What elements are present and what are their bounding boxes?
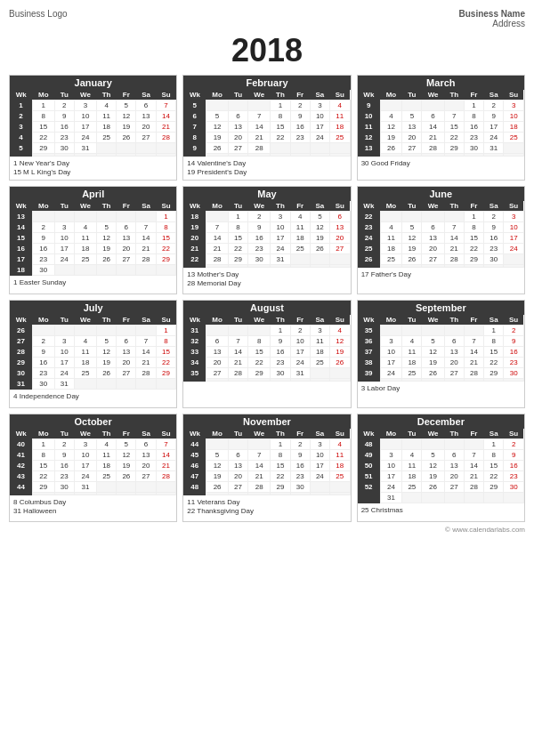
day-cell bbox=[74, 379, 96, 390]
week-number: 41 bbox=[10, 450, 32, 461]
day-cell: 22 bbox=[464, 244, 483, 254]
table-row: 2916171819202122 bbox=[10, 358, 176, 368]
day-cell: 12 bbox=[422, 461, 444, 471]
col-header-tu: Tu bbox=[228, 201, 247, 212]
table-row: 422232425262728 bbox=[10, 133, 176, 143]
col-header-fr: Fr bbox=[117, 429, 136, 439]
day-cell: 28 bbox=[206, 254, 229, 265]
day-cell: 28 bbox=[156, 471, 176, 482]
day-cell: 29 bbox=[464, 254, 483, 265]
col-header-tu: Tu bbox=[402, 201, 422, 212]
day-cell: 9 bbox=[504, 336, 524, 347]
holiday-item: 25 Christmas bbox=[361, 506, 521, 514]
day-cell: 13 bbox=[422, 233, 444, 244]
day-cell: 9 bbox=[32, 233, 54, 244]
day-cell: 7 bbox=[464, 336, 483, 347]
day-cell bbox=[402, 439, 422, 450]
day-cell: 18 bbox=[402, 358, 422, 368]
day-cell: 11 bbox=[97, 450, 117, 461]
col-header-tu: Tu bbox=[228, 90, 247, 101]
day-cell: 2 bbox=[54, 439, 74, 450]
table-row: 5224252627282930 bbox=[358, 482, 524, 493]
day-cell: 18 bbox=[74, 244, 96, 254]
col-header-fr: Fr bbox=[117, 90, 136, 101]
day-cell: 5 bbox=[422, 450, 444, 461]
holidays-section: 3 Labor Day bbox=[358, 382, 524, 399]
day-cell: 22 bbox=[484, 471, 504, 482]
day-cell: 22 bbox=[271, 471, 290, 482]
holiday-item: 22 Thanksgiving Day bbox=[187, 507, 346, 515]
col-header-we: We bbox=[422, 201, 444, 212]
day-cell: 5 bbox=[97, 336, 117, 347]
day-cell: 11 bbox=[329, 111, 350, 122]
day-cell: 12 bbox=[97, 347, 117, 358]
day-cell: 30 bbox=[290, 482, 310, 493]
week-number: 9 bbox=[358, 101, 380, 111]
day-cell: 8 bbox=[464, 111, 483, 122]
month-block-august: AugustWkMoTuWeThFrSaSu311234326789101112… bbox=[182, 300, 351, 408]
day-cell: 27 bbox=[228, 143, 247, 154]
table-row: 9262728 bbox=[183, 143, 350, 154]
day-cell: 10 bbox=[290, 336, 310, 347]
day-cell bbox=[444, 439, 464, 450]
day-cell bbox=[329, 254, 350, 265]
day-cell: 7 bbox=[444, 111, 464, 122]
day-cell: 5 bbox=[422, 336, 444, 347]
day-cell: 15 bbox=[32, 461, 54, 471]
table-row: 45567891011 bbox=[183, 450, 350, 461]
col-header-su: Su bbox=[156, 429, 176, 439]
day-cell: 14 bbox=[136, 233, 156, 244]
day-cell bbox=[228, 439, 247, 450]
day-cell bbox=[402, 212, 422, 222]
month-block-january: JanuaryWkMoTuWeThFrSaSu11234567289101112… bbox=[9, 75, 177, 181]
col-header-fr: Fr bbox=[464, 90, 483, 101]
col-header-su: Su bbox=[329, 201, 350, 212]
day-cell: 10 bbox=[271, 222, 290, 233]
day-cell: 17 bbox=[504, 233, 524, 244]
week-number: 5 bbox=[10, 143, 32, 154]
day-cell: 29 bbox=[444, 143, 464, 154]
day-cell: 20 bbox=[444, 471, 464, 482]
week-number: 35 bbox=[358, 326, 380, 336]
day-cell: 12 bbox=[422, 347, 444, 358]
day-cell: 8 bbox=[228, 222, 247, 233]
day-cell: 23 bbox=[290, 471, 310, 482]
day-cell: 23 bbox=[504, 358, 524, 368]
day-cell: 25 bbox=[402, 368, 422, 379]
day-cell: 6 bbox=[117, 222, 136, 233]
day-cell bbox=[444, 101, 464, 111]
week-number: 12 bbox=[358, 133, 380, 143]
day-cell bbox=[206, 326, 229, 336]
month-header: February bbox=[183, 76, 350, 90]
day-cell: 4 bbox=[97, 101, 117, 111]
month-header: July bbox=[10, 301, 176, 315]
day-cell: 7 bbox=[206, 222, 229, 233]
day-cell: 23 bbox=[504, 471, 524, 482]
day-cell: 30 bbox=[484, 254, 504, 265]
day-cell bbox=[156, 143, 176, 154]
day-cell bbox=[484, 493, 504, 503]
day-cell: 4 bbox=[380, 222, 402, 233]
table-row: 819202122232425 bbox=[183, 133, 350, 143]
day-cell: 2 bbox=[32, 222, 54, 233]
week-number: 8 bbox=[183, 133, 206, 143]
day-cell: 25 bbox=[74, 368, 96, 379]
col-header-we: We bbox=[74, 90, 96, 101]
week-number: 31 bbox=[10, 379, 32, 390]
col-header-mo: Mo bbox=[32, 315, 54, 326]
month-header: September bbox=[358, 301, 524, 315]
calendar-table: WkMoTuWeThFrSaSu131142345678159101112131… bbox=[10, 201, 176, 276]
day-cell: 1 bbox=[156, 212, 176, 222]
holidays-section: 8 Columbus Day31 Halloween bbox=[10, 495, 176, 519]
day-cell: 26 bbox=[206, 143, 229, 154]
col-header-th: Th bbox=[444, 429, 464, 439]
day-cell: 8 bbox=[271, 111, 290, 122]
month-header: June bbox=[358, 187, 524, 201]
day-cell: 5 bbox=[97, 222, 117, 233]
day-cell: 4 bbox=[380, 111, 402, 122]
col-header-mo: Mo bbox=[32, 429, 54, 439]
table-row: 352728293031 bbox=[183, 368, 350, 379]
day-cell: 30 bbox=[248, 254, 271, 265]
day-cell: 11 bbox=[402, 347, 422, 358]
week-number: 49 bbox=[358, 450, 380, 461]
